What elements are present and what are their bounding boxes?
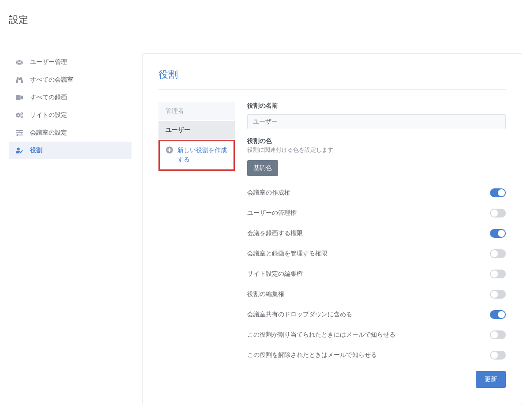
permission-label: 役割の編集権 — [247, 290, 284, 298]
permission-toggle[interactable] — [490, 330, 506, 339]
permission-row: 会議室と録画を管理する権限 — [247, 249, 506, 258]
sidebar-item-label: 会議室の設定 — [30, 129, 67, 137]
role-tab-user[interactable]: ユーザー — [158, 121, 235, 140]
sidebar-item-room-settings[interactable]: 会議室の設定 — [9, 124, 132, 142]
sidebar-item-label: すべての録画 — [30, 94, 67, 101]
permission-toggle[interactable] — [490, 351, 506, 360]
create-role-button[interactable]: 新しい役割を作成する — [158, 140, 235, 171]
sidebar-item-all-recordings[interactable]: すべての録画 — [9, 89, 132, 106]
video-icon — [15, 93, 24, 102]
page-title: 設定 — [9, 13, 522, 26]
role-name-label: 役割の名前 — [247, 102, 506, 110]
permission-label: この役割が割り当てられたときにはメールで知らせる — [247, 331, 395, 339]
permission-toggle[interactable] — [490, 270, 506, 278]
permission-row: 会議を録画する権限 — [247, 229, 506, 238]
permission-row: ユーザーの管理権 — [247, 209, 506, 218]
panel-divider — [158, 89, 506, 90]
permission-toggle[interactable] — [490, 249, 506, 258]
color-button[interactable]: 基調色 — [247, 160, 278, 176]
role-color-label: 役割の色 — [247, 137, 506, 145]
permission-row: サイト設定の編集権 — [247, 270, 506, 278]
permission-label: 会議室の作成権 — [247, 189, 290, 197]
form-area: 役割の名前 役割の色 役割に関連付ける色を設定します 基調色 会議室の作成権ユー… — [247, 102, 506, 388]
toggle-knob — [498, 311, 505, 318]
toggle-knob — [491, 250, 498, 257]
role-name-input[interactable] — [247, 114, 506, 129]
role-color-help: 役割に関連付ける色を設定します — [247, 146, 506, 154]
user-edit-icon — [15, 146, 24, 155]
page-divider — [9, 39, 522, 39]
role-tab-admin[interactable]: 管理者 — [158, 102, 235, 121]
role-tabs: 管理者 ユーザー 新しい役割を作成する — [158, 102, 235, 388]
permission-toggle[interactable] — [490, 290, 506, 299]
toggle-knob — [498, 189, 505, 196]
cogs-icon — [15, 111, 24, 120]
toggle-knob — [491, 270, 498, 278]
content-panel: 役割 管理者 ユーザー 新しい役割を作成する 役割の名前 役 — [142, 53, 522, 404]
permission-label: 会議室共有のドロップダウンに含める — [247, 311, 352, 319]
permission-row: 会議室共有のドロップダウンに含める — [247, 310, 506, 319]
toggle-knob — [491, 331, 498, 338]
sidebar-item-user-management[interactable]: ユーザー管理 — [9, 53, 132, 71]
permission-row: 役割の編集権 — [247, 290, 506, 299]
permission-toggle[interactable] — [490, 310, 506, 319]
permission-row: この役割が割り当てられたときにはメールで知らせる — [247, 330, 506, 339]
permission-toggle[interactable] — [490, 229, 506, 238]
permission-toggle[interactable] — [490, 209, 506, 218]
binoculars-icon — [15, 75, 24, 84]
permission-label: この役割を解除されたときはメールで知らせる — [247, 351, 377, 359]
panel-title: 役割 — [158, 68, 506, 81]
sidebar-item-label: すべての会議室 — [30, 76, 73, 84]
users-icon — [15, 58, 24, 67]
sidebar-item-label: サイトの設定 — [30, 111, 67, 119]
permission-label: サイト設定の編集権 — [247, 270, 303, 278]
permission-toggle[interactable] — [490, 188, 506, 197]
create-role-label: 新しい役割を作成する — [177, 146, 227, 164]
toggle-knob — [491, 210, 498, 217]
submit-button[interactable]: 更新 — [476, 371, 506, 388]
sidebar-item-site-settings[interactable]: サイトの設定 — [9, 106, 132, 124]
toggle-knob — [491, 291, 498, 298]
sidebar-item-label: ユーザー管理 — [30, 58, 67, 66]
permission-row: この役割を解除されたときはメールで知らせる — [247, 351, 506, 360]
permission-label: 会議を録画する権限 — [247, 229, 303, 237]
sidebar-item-roles[interactable]: 役割 — [9, 142, 132, 159]
plus-circle-icon — [166, 146, 173, 155]
permission-label: ユーザーの管理権 — [247, 209, 297, 217]
sliders-icon — [15, 128, 24, 137]
toggle-knob — [498, 230, 505, 237]
sidebar-item-label: 役割 — [30, 146, 42, 154]
permission-row: 会議室の作成権 — [247, 188, 506, 197]
sidebar-item-all-rooms[interactable]: すべての会議室 — [9, 71, 132, 89]
sidebar: ユーザー管理 すべての会議室 すべての録画 サイトの設定 — [9, 53, 132, 404]
permission-label: 会議室と録画を管理する権限 — [247, 250, 328, 258]
toggle-knob — [491, 352, 498, 359]
